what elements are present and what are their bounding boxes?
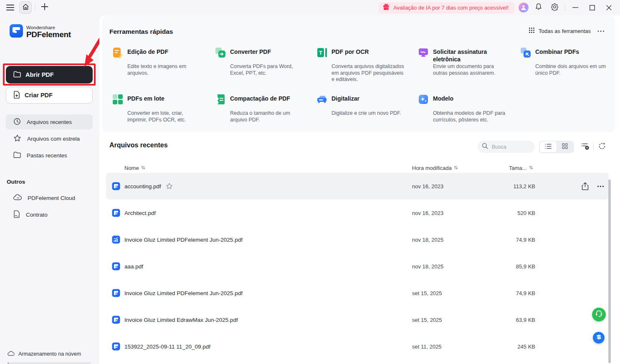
tool-card-batch[interactable]: PDFs em loteConverter em lote, criar, im…: [112, 94, 207, 135]
tool-card-pdf-edit[interactable]: Edição de PDFEdite texto e imagens em ar…: [112, 47, 207, 88]
file-row[interactable]: Architect.pdfnov 16, 2023520 KB: [106, 200, 609, 226]
settings-button[interactable]: [549, 2, 560, 13]
file-row[interactable]: aaa.pdfnov 18, 202585,9 KB: [106, 253, 609, 280]
sidebar-item-arquivos-com-estrela[interactable]: Arquivos com estrela: [6, 131, 93, 146]
column-header-name[interactable]: Nome: [124, 164, 145, 171]
tool-description: Edite texto e imagens em arquivos.: [127, 63, 203, 76]
svg-text:T: T: [319, 50, 322, 56]
promo-text: Avaliação de IA por 7 dias com preço ace…: [393, 5, 509, 11]
tool-card-combine[interactable]: Combinar PDFsCombine dois arquivos em um…: [520, 47, 615, 88]
file-size: 74,9 KB: [498, 280, 535, 306]
pdf-edit-icon: [112, 47, 124, 58]
file-row[interactable]: Invoice Gluz Limited PDFelement Jun-2025…: [106, 226, 609, 253]
search-input[interactable]: [491, 144, 532, 150]
close-button[interactable]: [602, 2, 615, 13]
file-modified-date: nov 16, 2023: [412, 200, 443, 226]
file-row[interactable]: 153922_2025-09-11 11_20_09.pdfset 11, 20…: [106, 333, 609, 360]
home-tab-button[interactable]: [19, 1, 32, 14]
pdf-file-icon: [112, 316, 120, 324]
tool-title: Combinar PDFs: [535, 48, 605, 56]
file-row[interactable]: Invoice Gluz Limited PDFelement Jun-2025…: [106, 280, 609, 306]
share-button[interactable]: [580, 181, 590, 191]
minimize-button[interactable]: [569, 2, 582, 13]
sidebar-item-label: PDFelement Cloud: [28, 195, 75, 201]
brand-pdfelement: PDFelement: [26, 30, 71, 39]
refresh-button[interactable]: [597, 142, 607, 152]
grid-view-button[interactable]: [557, 142, 573, 152]
file-size: 113,2 KB: [498, 173, 535, 200]
file-modified-date: nov 16, 2023: [412, 173, 443, 200]
tool-card-compress[interactable]: Compactação de PDFReduza o tamanho de um…: [215, 94, 310, 135]
sidebar: Wondershare PDFelement Abrir PDF Criar P…: [0, 15, 99, 364]
file-row[interactable]: Invoice Gluz Limited EdrawMax Jun-2025.p…: [106, 306, 609, 333]
column-header-modified[interactable]: Hora modificada: [412, 164, 458, 171]
tool-title: Digitalizar: [332, 95, 402, 102]
row-more-button[interactable]: [595, 181, 605, 191]
file-name: aaa.pdf: [124, 263, 143, 270]
headset-icon: [595, 310, 603, 319]
star-icon[interactable]: [166, 183, 173, 190]
tool-description: Envie um documento para outras pessoas a…: [433, 63, 509, 76]
brand-logo: Wondershare PDFelement: [10, 24, 71, 39]
scrollbar-thumb[interactable]: [608, 179, 611, 363]
tool-description: Combine dois arquivos em um único PDF.: [535, 63, 611, 76]
tool-card-convert[interactable]: Converter PDFConverta PDFs para Word, Ex…: [215, 47, 310, 88]
sidebar-nav: Arquivos recentesArquivos com estrelaPas…: [6, 114, 93, 164]
tool-title: Solicitar assinatura eletrônica: [433, 48, 503, 63]
batch-icon: [112, 94, 124, 105]
esign-icon: [418, 47, 429, 58]
maximize-button[interactable]: [586, 2, 598, 13]
tool-card-template[interactable]: ModeloObtenha modelos de PDF para curríc…: [418, 94, 513, 135]
search-box: [478, 141, 535, 153]
support-button[interactable]: [592, 308, 606, 321]
new-tab-button[interactable]: [39, 2, 51, 13]
main-panel: Ferramentas rápidas Todas as ferramentas…: [99, 15, 620, 364]
brand-wondershare: Wondershare: [26, 24, 71, 30]
tool-card-esign[interactable]: Solicitar assinatura eletrônicaEnvie um …: [418, 47, 513, 88]
star-icon: [13, 134, 21, 143]
pdf-file-icon: [112, 182, 120, 190]
tools-more-button[interactable]: ···: [597, 27, 606, 35]
file-size: 85,9 KB: [498, 253, 535, 280]
signpost-icon: [596, 334, 602, 342]
file-name: Invoice Gluz Limited EdrawMax Jun-2025.p…: [124, 317, 238, 323]
tool-description: Converta PDFs para Word, Excel, PPT, etc…: [230, 63, 306, 76]
file-size: 245 KB: [498, 333, 535, 360]
menu-icon[interactable]: [4, 2, 16, 13]
tool-card-ocr[interactable]: TPDF por OCRConverta arquivos digitaliza…: [316, 47, 411, 88]
tool-description: Digitalize e crie um novo PDF.: [332, 110, 407, 117]
tool-description: Reduza o tamanho de um arquivo PDF.: [230, 110, 306, 123]
column-header-size[interactable]: Tama...: [509, 164, 533, 171]
file-modified-date: nov 18, 2025: [412, 226, 443, 253]
storage-progress-bar: [8, 362, 91, 364]
titlebar-divider2: [564, 4, 565, 11]
guide-button[interactable]: [593, 332, 605, 344]
file-modified-date: nov 18, 2025: [412, 253, 443, 280]
tool-card-scan[interactable]: DigitalizarDigitalize e crie um novo PDF…: [316, 94, 411, 135]
sidebar-item-pastas-recentes[interactable]: Pastas recentes: [6, 148, 93, 163]
file-row[interactable]: accounting.pdfnov 16, 2023113,2 KB: [106, 173, 609, 200]
sidebar-others: PDFelement CloudContrato: [6, 190, 93, 224]
cloud-storage-link[interactable]: Armazenamento na núvem: [8, 351, 92, 357]
sidebar-item-contrato[interactable]: Contrato: [6, 207, 93, 222]
list-view-button[interactable]: [540, 142, 557, 152]
all-tools-button[interactable]: Todas as ferramentas: [529, 27, 591, 35]
notifications-button[interactable]: [533, 2, 544, 13]
file-modified-date: set 15, 2025: [412, 280, 442, 306]
tool-title: Converter PDF: [230, 48, 300, 56]
sidebar-item-arquivos-recentes[interactable]: Arquivos recentes: [6, 114, 93, 129]
sort-icon: [141, 164, 145, 171]
scan-icon: [316, 94, 328, 105]
sort-icon: [529, 164, 533, 171]
sidebar-item-pdfelement-cloud[interactable]: PDFelement Cloud: [6, 190, 93, 205]
titlebar: Avaliação de IA por 7 dias com preço ace…: [0, 0, 620, 15]
open-pdf-button[interactable]: Abrir PDF: [6, 66, 93, 83]
invoice-file-icon: [112, 235, 120, 244]
quick-tools-panel: Ferramentas rápidas Todas as ferramentas…: [102, 15, 615, 132]
avatar[interactable]: [519, 3, 529, 13]
ai-promo-banner[interactable]: Avaliação de IA por 7 dias com preço ace…: [379, 2, 514, 13]
grid-apps-icon: [529, 27, 535, 35]
create-pdf-button[interactable]: Criar PDF: [6, 87, 93, 104]
ocr-icon: T: [316, 47, 328, 58]
clear-list-button[interactable]: [580, 142, 590, 152]
